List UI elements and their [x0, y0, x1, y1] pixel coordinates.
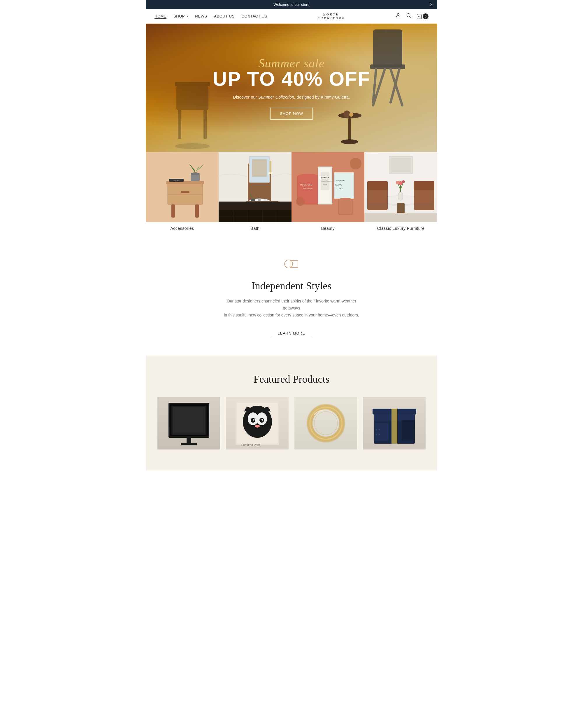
category-item-bath[interactable]: Bath: [219, 152, 292, 235]
svg-point-74: [350, 158, 361, 170]
category-item-beauty[interactable]: RUDE SSE LAVENDER LANEIGE Water Sleeping…: [292, 152, 364, 235]
bath-image: [219, 152, 292, 222]
svg-rect-23: [181, 191, 190, 193]
luxury-image: [364, 152, 437, 222]
category-label-luxury: Classic Luxury Furniture: [364, 222, 437, 235]
svg-text:Featured Print: Featured Print: [241, 443, 260, 446]
svg-text:SLING: SLING: [335, 183, 342, 186]
nav-link-home[interactable]: HOME: [155, 14, 166, 19]
svg-point-119: [314, 412, 338, 435]
svg-rect-26: [195, 205, 199, 217]
hero-section: Summer sale UP TO 40% OFF Discover our S…: [146, 24, 437, 152]
svg-point-4: [175, 143, 210, 149]
featured-products-title: Featured Products: [158, 373, 425, 385]
svg-text:VOGUE: VOGUE: [173, 180, 179, 182]
svg-rect-103: [187, 438, 191, 444]
learn-more-button[interactable]: LEARN MORE: [272, 329, 311, 338]
hero-decoration-left: [169, 64, 216, 152]
nav-link-shop[interactable]: SHOP: [173, 14, 188, 18]
svg-rect-89: [398, 192, 403, 200]
svg-point-118: [310, 407, 342, 439]
product-item-2[interactable]: Featured Print: [226, 397, 288, 453]
svg-rect-96: [364, 213, 437, 222]
svg-point-19: [341, 139, 358, 144]
svg-rect-6: [176, 86, 209, 110]
svg-point-56: [298, 174, 318, 179]
category-label-accessories: Accessories: [146, 222, 219, 235]
logo-line2: Furniture: [317, 16, 345, 20]
nav-link-news[interactable]: NEWS: [195, 14, 207, 18]
svg-rect-43: [270, 161, 271, 172]
svg-rect-102: [173, 407, 205, 434]
nav-link-contact[interactable]: CONTACT US: [242, 14, 267, 18]
category-label-bath: Bath: [219, 222, 292, 235]
svg-point-44: [268, 172, 273, 174]
svg-rect-25: [171, 205, 175, 217]
cart-count: 0: [423, 14, 428, 19]
svg-text:Water Sleeping: Water Sleeping: [321, 180, 333, 182]
svg-point-73: [296, 197, 305, 206]
account-icon[interactable]: [395, 12, 401, 20]
product-item-1[interactable]: [158, 397, 220, 453]
shapes-icon: [283, 255, 300, 273]
svg-point-0: [397, 14, 399, 16]
cart-button[interactable]: 0: [416, 14, 428, 19]
svg-rect-71: [339, 200, 352, 214]
announcement-bar: Welcome to our store ×: [146, 0, 437, 9]
svg-text:RUDE SSE: RUDE SSE: [300, 183, 312, 186]
svg-text:LANEIGE: LANEIGE: [320, 177, 329, 179]
svg-point-113: [261, 419, 263, 421]
svg-rect-7: [178, 110, 181, 139]
beauty-image: RUDE SSE LAVENDER LANEIGE Water Sleeping…: [292, 152, 364, 222]
svg-rect-36: [252, 159, 267, 177]
nav-icons-right: 0: [395, 12, 428, 20]
category-item-accessories[interactable]: VOGUE Accessories: [146, 152, 219, 235]
svg-rect-126: [376, 423, 389, 441]
svg-rect-125: [391, 409, 397, 444]
svg-rect-84: [369, 188, 386, 203]
svg-point-114: [255, 425, 260, 427]
category-grid: VOGUE Accessories: [146, 152, 437, 235]
svg-point-1: [407, 14, 410, 17]
svg-rect-85: [367, 181, 388, 190]
product-image-3: [295, 397, 357, 449]
svg-rect-78: [391, 158, 411, 172]
svg-point-94: [396, 181, 399, 184]
hero-desc-italic: Summer Collection,: [258, 95, 296, 100]
svg-rect-87: [415, 188, 433, 203]
svg-text:▪ ▪ ▪: ▪ ▪ ▪: [376, 428, 380, 431]
shop-now-button[interactable]: SHOP NOW: [270, 108, 313, 120]
category-item-luxury[interactable]: Classic Luxury Furniture: [364, 152, 437, 235]
product-image-1: [158, 397, 220, 449]
hero-description: Discover our Summer Collection, designed…: [213, 95, 370, 100]
decorative-icon: [158, 255, 425, 273]
svg-point-112: [253, 419, 254, 421]
product-image-4: ▪ ▪ ▪ ▪ ▪ ▪: [363, 397, 425, 449]
svg-rect-18: [348, 119, 351, 142]
svg-rect-5: [175, 82, 210, 86]
close-announcement-button[interactable]: ×: [430, 2, 433, 7]
nav-links-left: HOME SHOP NEWS ABOUT US CONTACT US: [155, 14, 267, 19]
svg-text:▪ ▪ ▪: ▪ ▪ ▪: [376, 433, 380, 436]
svg-text:LANEIGE: LANEIGE: [336, 179, 345, 181]
hero-desc-text2: designed by Kimmy Guletta.: [295, 95, 350, 100]
category-label-beauty: Beauty: [292, 222, 364, 235]
product-item-3[interactable]: [295, 397, 357, 453]
featured-products-section: Featured Products: [146, 356, 437, 470]
svg-point-97: [284, 260, 293, 268]
search-icon[interactable]: [406, 12, 412, 20]
navbar: HOME SHOP NEWS ABOUT US CONTACT US NORTH…: [146, 9, 437, 24]
svg-text:LONG: LONG: [337, 187, 342, 189]
svg-text:LAVENDER: LAVENDER: [302, 187, 312, 189]
svg-rect-129: [402, 420, 415, 441]
svg-rect-104: [181, 443, 197, 445]
logo[interactable]: NORTH Furniture: [317, 12, 345, 20]
announcement-text: Welcome to our store: [273, 2, 309, 7]
hero-title: UP TO 40% OFF: [213, 68, 370, 90]
svg-point-72: [339, 198, 352, 201]
svg-rect-88: [414, 181, 434, 190]
svg-point-95: [402, 180, 405, 183]
nav-link-about[interactable]: ABOUT US: [214, 14, 234, 18]
product-item-4[interactable]: ▪ ▪ ▪ ▪ ▪ ▪: [363, 397, 425, 453]
svg-text:Mask: Mask: [323, 183, 327, 185]
